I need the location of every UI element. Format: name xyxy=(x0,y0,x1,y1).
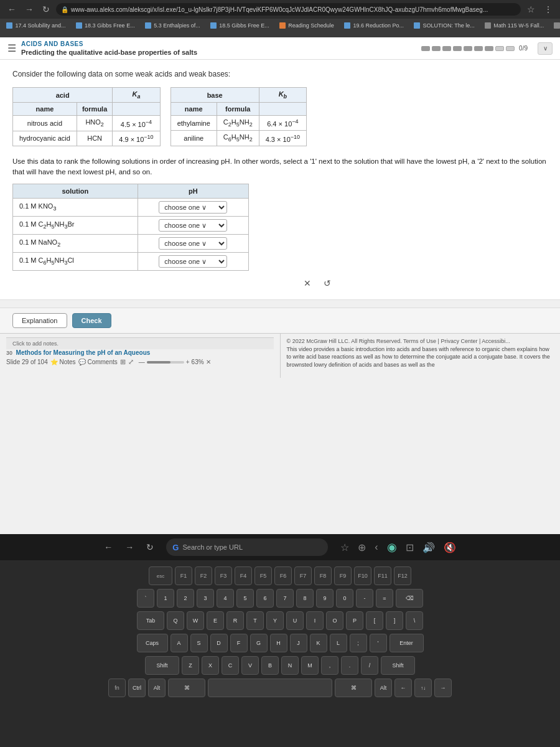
key-q[interactable]: Q xyxy=(167,611,184,630)
redo-button[interactable]: ↺ xyxy=(320,277,335,289)
key-lcmd[interactable]: ⌘ xyxy=(168,679,205,697)
key-lbracket[interactable]: [ xyxy=(366,611,383,630)
expand-button[interactable]: ∨ xyxy=(538,42,553,55)
mute-icon[interactable]: 🔇 xyxy=(444,542,456,553)
address-bar[interactable]: 🔒 www-awu.aleks.com/alekscgi/x/isl.exe/1… xyxy=(56,3,521,16)
notes-button[interactable]: ⭐ Notes xyxy=(50,359,76,365)
bottom-reload-button[interactable]: ↻ xyxy=(146,542,154,552)
camera-icon[interactable]: ⊡ xyxy=(406,542,414,553)
back-chevron-icon[interactable]: ‹ xyxy=(375,542,378,553)
back-button[interactable]: ← xyxy=(5,3,19,16)
key-z[interactable]: Z xyxy=(182,656,199,675)
bookmark-7[interactable]: SOLUTION: The le... xyxy=(411,22,477,30)
key-d[interactable]: D xyxy=(210,634,228,652)
key-right[interactable]: → xyxy=(434,679,452,697)
key-n[interactable]: N xyxy=(281,656,299,675)
key-updown[interactable]: ↑↓ xyxy=(414,679,432,697)
key-v[interactable]: V xyxy=(241,656,259,675)
key-period[interactable]: . xyxy=(341,656,358,675)
bookmark-4[interactable]: 18.5 Gibbs Free E... xyxy=(208,22,272,30)
key-p[interactable]: P xyxy=(346,611,363,630)
key-3[interactable]: 3 xyxy=(197,589,214,608)
key-h[interactable]: H xyxy=(270,634,287,652)
key-f12[interactable]: F12 xyxy=(394,566,411,585)
key-f10[interactable]: F10 xyxy=(354,566,371,585)
star-icon[interactable]: ☆ xyxy=(340,542,349,553)
volume-icon[interactable]: 🔊 xyxy=(422,542,435,553)
bottom-search-bar[interactable]: G Search or type URL xyxy=(166,538,328,556)
menu-icon[interactable]: ☰ xyxy=(7,42,16,54)
ph-dropdown-2[interactable]: choose one ∨ 1234 xyxy=(159,219,227,232)
clear-button[interactable]: ✕ xyxy=(300,277,315,289)
key-f2[interactable]: F2 xyxy=(195,566,212,585)
ph-dropdown-3[interactable]: choose one ∨ 1234 xyxy=(159,237,227,250)
key-9[interactable]: 9 xyxy=(316,589,334,608)
key-w[interactable]: W xyxy=(187,611,204,630)
ph-select-1[interactable]: choose one ∨ 1234 xyxy=(138,199,248,217)
ph-dropdown-1[interactable]: choose one ∨ 1234 xyxy=(159,201,227,214)
bookmark-9[interactable]: Gr xyxy=(551,22,560,30)
key-slash[interactable]: / xyxy=(361,656,378,675)
close-zoom[interactable]: ✕ xyxy=(206,359,211,365)
key-4[interactable]: 4 xyxy=(217,589,234,608)
key-s[interactable]: S xyxy=(190,634,208,652)
key-2[interactable]: 2 xyxy=(177,589,194,608)
key-5[interactable]: 5 xyxy=(236,589,254,608)
key-space[interactable] xyxy=(208,679,332,697)
key-o[interactable]: O xyxy=(326,611,343,630)
key-k[interactable]: K xyxy=(310,634,327,652)
key-quote[interactable]: ' xyxy=(370,634,387,652)
key-7[interactable]: 7 xyxy=(276,589,294,608)
bookmark-star[interactable]: ☆ xyxy=(525,3,538,16)
key-r[interactable]: R xyxy=(226,611,244,630)
key-1[interactable]: 1 xyxy=(157,589,174,608)
bookmark-6[interactable]: 19.6 Reduction Po... xyxy=(342,22,406,30)
zoom-slider[interactable] xyxy=(147,361,184,364)
key-x[interactable]: X xyxy=(202,656,219,675)
key-backspace[interactable]: ⌫ xyxy=(396,589,423,608)
key-f7[interactable]: F7 xyxy=(294,566,312,585)
key-m[interactable]: M xyxy=(301,656,319,675)
key-t[interactable]: T xyxy=(246,611,264,630)
ph-select-2[interactable]: choose one ∨ 1234 xyxy=(138,217,248,235)
key-b[interactable]: B xyxy=(261,656,279,675)
key-f9[interactable]: F9 xyxy=(334,566,352,585)
key-i[interactable]: I xyxy=(306,611,324,630)
key-6[interactable]: 6 xyxy=(256,589,274,608)
key-rshift[interactable]: Shift xyxy=(381,656,415,675)
key-c[interactable]: C xyxy=(222,656,239,675)
key-ctrl[interactable]: Ctrl xyxy=(128,679,146,697)
key-rcmd[interactable]: ⌘ xyxy=(335,679,372,697)
key-backtick[interactable]: ` xyxy=(137,589,154,608)
key-f8[interactable]: F8 xyxy=(314,566,332,585)
zoom-plus[interactable]: + xyxy=(186,359,190,365)
key-rbracket[interactable]: ] xyxy=(386,611,403,630)
profile-icon[interactable]: ◉ xyxy=(387,540,397,554)
key-j[interactable]: J xyxy=(290,634,307,652)
fit-icon[interactable]: ⤢ xyxy=(128,358,134,366)
key-f4[interactable]: F4 xyxy=(235,566,252,585)
plus-icon[interactable]: ⊕ xyxy=(358,542,366,553)
key-u[interactable]: U xyxy=(286,611,304,630)
key-left[interactable]: ← xyxy=(394,679,412,697)
key-lshift[interactable]: Shift xyxy=(145,656,179,675)
key-equals[interactable]: = xyxy=(376,589,393,608)
key-e[interactable]: E xyxy=(207,611,224,630)
bookmark-5[interactable]: Reading Schedule xyxy=(277,22,337,30)
key-comma[interactable]: , xyxy=(321,656,338,675)
key-fn[interactable]: fn xyxy=(108,679,126,697)
key-f[interactable]: F xyxy=(230,634,248,652)
key-ralt[interactable]: Alt xyxy=(375,679,392,697)
key-f3[interactable]: F3 xyxy=(215,566,232,585)
more-button[interactable]: ⋮ xyxy=(541,3,555,16)
key-f5[interactable]: F5 xyxy=(254,566,272,585)
key-esc[interactable]: esc xyxy=(149,566,172,585)
reload-button[interactable]: ↻ xyxy=(40,3,52,16)
forward-button[interactable]: → xyxy=(22,3,36,16)
key-backslash[interactable]: \ xyxy=(406,611,423,630)
key-y[interactable]: Y xyxy=(266,611,284,630)
grid-icon[interactable]: ⊞ xyxy=(120,358,126,366)
key-8[interactable]: 8 xyxy=(296,589,314,608)
key-caps[interactable]: Caps xyxy=(137,634,168,652)
explanation-button[interactable]: Explanation xyxy=(12,313,67,328)
